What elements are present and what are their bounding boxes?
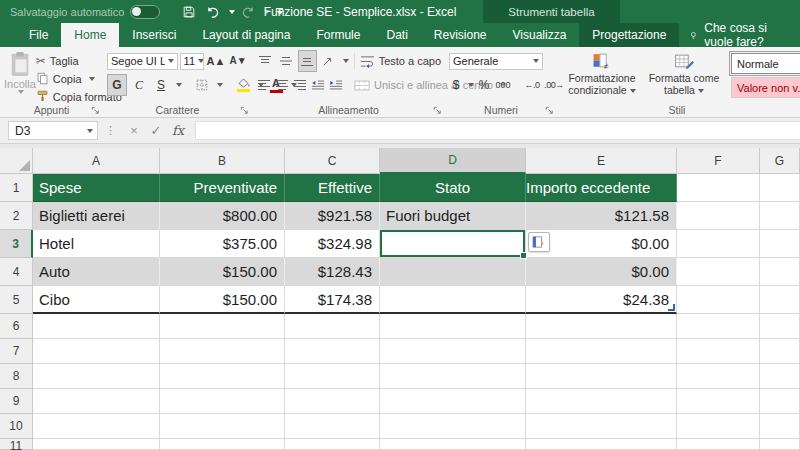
align-left-button[interactable] — [256, 74, 272, 96]
cell-G6[interactable] — [760, 314, 800, 339]
align-middle-button[interactable] — [277, 50, 296, 72]
borders-button[interactable] — [192, 74, 212, 96]
align-top-button[interactable] — [256, 50, 275, 72]
row-header-3[interactable]: 3 — [0, 230, 33, 258]
cell-E7[interactable] — [526, 339, 677, 364]
cell-C9[interactable] — [285, 389, 380, 414]
bold-button[interactable]: G — [107, 74, 127, 96]
row-header-11[interactable]: 11 — [0, 439, 33, 450]
cell-B5[interactable]: $150.00 — [160, 286, 285, 314]
column-header-B[interactable]: B — [160, 148, 285, 174]
cell-A7[interactable] — [33, 339, 160, 364]
cell-B3[interactable]: $375.00 — [160, 230, 285, 258]
cell-G9[interactable] — [760, 389, 800, 414]
row-header-8[interactable]: 8 — [0, 364, 33, 389]
fill-color-button[interactable] — [233, 74, 253, 96]
cell-D7[interactable] — [380, 339, 526, 364]
cell-A11[interactable] — [33, 439, 160, 450]
select-all-corner[interactable] — [0, 148, 33, 174]
row-header-7[interactable]: 7 — [0, 339, 33, 364]
cell-E8[interactable] — [526, 364, 677, 389]
table-autoexpand-options-button[interactable] — [528, 232, 550, 252]
increase-indent-button[interactable] — [328, 74, 344, 96]
cell-G1[interactable] — [760, 174, 800, 202]
cell-C6[interactable] — [285, 314, 380, 339]
cell-B7[interactable] — [160, 339, 285, 364]
alignment-dialog-launcher[interactable] — [433, 106, 442, 115]
cell-C7[interactable] — [285, 339, 380, 364]
cell-A3[interactable]: Hotel — [33, 230, 160, 258]
tab-inserisci[interactable]: Inserisci — [119, 23, 189, 47]
cell-C3[interactable]: $324.98 — [285, 230, 380, 258]
cell-F1[interactable] — [677, 174, 760, 202]
increase-font-size-button[interactable]: A▲ — [206, 50, 226, 72]
tab-home[interactable]: Home — [61, 23, 119, 47]
cell-F8[interactable] — [677, 364, 760, 389]
font-name-select[interactable]: Segoe UI Ligh — [107, 53, 178, 70]
orientation-button[interactable] — [319, 50, 338, 72]
orientation-menu-caret[interactable] — [343, 59, 349, 63]
redo-menu-caret[interactable] — [264, 10, 270, 14]
table-resize-handle[interactable] — [668, 304, 675, 311]
cell-F7[interactable] — [677, 339, 760, 364]
insert-function-button[interactable]: fx — [167, 123, 189, 138]
cell-A9[interactable] — [33, 389, 160, 414]
cell-A4[interactable]: Auto — [33, 258, 160, 286]
column-header-F[interactable]: F — [677, 148, 760, 174]
cell-E6[interactable] — [526, 314, 677, 339]
cell-B11[interactable] — [160, 439, 285, 450]
increase-decimal-button[interactable]: ←.0 — [522, 74, 542, 96]
cell-A6[interactable] — [33, 314, 160, 339]
cell-C8[interactable] — [285, 364, 380, 389]
cell-E1[interactable]: Importo eccedente — [526, 174, 677, 202]
cell-B9[interactable] — [160, 389, 285, 414]
autosave-toggle[interactable] — [130, 5, 160, 19]
row-header-9[interactable]: 9 — [0, 389, 33, 414]
formula-input[interactable] — [195, 121, 800, 140]
cell-B10[interactable] — [160, 414, 285, 439]
cell-D10[interactable] — [380, 414, 526, 439]
customize-qat-button[interactable] — [272, 6, 287, 17]
cell-G4[interactable] — [760, 258, 800, 286]
decrease-indent-button[interactable] — [310, 74, 326, 96]
cell-D5[interactable] — [380, 286, 526, 314]
cell-F5[interactable] — [677, 286, 760, 314]
cell-B4[interactable]: $150.00 — [160, 258, 285, 286]
currency-format-button[interactable]: $ — [449, 74, 463, 96]
cell-G10[interactable] — [760, 414, 800, 439]
cell-B2[interactable]: $800.00 — [160, 202, 285, 230]
column-header-D[interactable]: D — [380, 148, 526, 174]
cell-C1[interactable]: Effettive — [285, 174, 380, 202]
cell-C2[interactable]: $921.58 — [285, 202, 380, 230]
cell-F6[interactable] — [677, 314, 760, 339]
tab-layout-di-pagina[interactable]: Layout di pagina — [189, 23, 303, 47]
cell-C11[interactable] — [285, 439, 380, 450]
row-header-6[interactable]: 6 — [0, 314, 33, 339]
align-bottom-button[interactable] — [298, 50, 317, 72]
cell-G3[interactable] — [760, 230, 800, 258]
tab-file[interactable]: File — [16, 23, 61, 47]
cell-F3[interactable] — [677, 230, 760, 258]
tab-dati[interactable]: Dati — [373, 23, 420, 47]
font-dialog-launcher[interactable] — [240, 106, 249, 115]
row-header-1[interactable]: 1 — [0, 174, 33, 202]
cell-C10[interactable] — [285, 414, 380, 439]
cell-E4[interactable]: $0.00 — [526, 258, 677, 286]
style-normale[interactable]: Normale — [731, 53, 800, 74]
align-right-button[interactable] — [292, 74, 308, 96]
cell-G5[interactable] — [760, 286, 800, 314]
row-header-5[interactable]: 5 — [0, 286, 33, 314]
column-header-G[interactable]: G — [760, 148, 800, 174]
save-button[interactable] — [178, 3, 200, 21]
number-format-select[interactable]: Generale — [449, 53, 543, 70]
fill-handle[interactable] — [520, 252, 527, 259]
tell-me-search[interactable]: Che cosa si vuole fare? — [679, 23, 800, 47]
column-header-E[interactable]: E — [526, 148, 677, 174]
cell-D1[interactable]: Stato — [380, 174, 526, 202]
cell-E11[interactable] — [526, 439, 677, 450]
cell-A5[interactable]: Cibo — [33, 286, 160, 314]
underline-menu-caret[interactable] — [176, 83, 182, 87]
cell-E9[interactable] — [526, 389, 677, 414]
wrap-text-button[interactable]: Testo a capo — [360, 53, 441, 70]
name-box[interactable]: D3 — [8, 121, 98, 140]
